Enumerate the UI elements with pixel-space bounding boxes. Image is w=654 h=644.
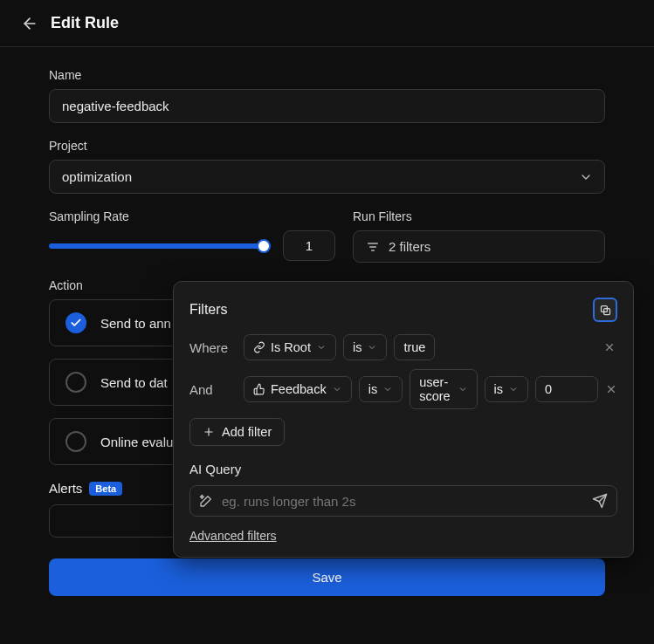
- copy-icon: [599, 304, 612, 317]
- action-option-1-label: Send to dat: [100, 375, 168, 390]
- sampling-rate-slider[interactable]: [49, 243, 271, 249]
- radio-unchecked-icon: [65, 372, 86, 393]
- filter-op2-chip-1[interactable]: is: [485, 376, 528, 402]
- magic-wand-icon: [199, 494, 213, 508]
- filter-field-0-text: Is Root: [271, 340, 311, 354]
- action-option-0-label: Send to ann: [100, 316, 171, 331]
- run-filters-summary-text: 2 filters: [389, 239, 430, 254]
- sampling-rate-input[interactable]: [283, 230, 335, 261]
- beta-badge: Beta: [89, 482, 122, 496]
- add-filter-button-label: Add filter: [222, 425, 272, 439]
- filter-row-1: And Feedback is user-score is: [189, 369, 617, 409]
- advanced-filters-link[interactable]: Advanced filters: [189, 529, 277, 543]
- ai-query-input[interactable]: [222, 494, 583, 509]
- filter-op-1-text: is: [368, 382, 377, 396]
- filter-keyword-where: Where: [189, 340, 237, 355]
- filter-op-chip-0[interactable]: is: [343, 334, 387, 360]
- filter-field-chip-0[interactable]: Is Root: [244, 334, 336, 360]
- filter-value-0-text: true: [403, 340, 425, 354]
- alerts-label: Alerts: [49, 481, 82, 496]
- filter-op-0-text: is: [353, 340, 361, 354]
- run-filters-trigger[interactable]: 2 filters: [353, 230, 605, 263]
- filter-op2-1-text: is: [494, 382, 503, 396]
- ai-query-label: AI Query: [189, 462, 617, 476]
- page-title: Edit Rule: [51, 14, 119, 32]
- chevron-down-icon: [382, 384, 393, 394]
- chevron-down-icon: [508, 384, 519, 394]
- filter-row-0: Where Is Root is true: [189, 334, 617, 360]
- filter-value-chip-0[interactable]: true: [394, 334, 435, 360]
- radio-unchecked-icon: [65, 431, 86, 452]
- filter-field-1-text: Feedback: [271, 382, 327, 396]
- filter-keyword-and: And: [189, 382, 237, 397]
- remove-filter-0-button[interactable]: [602, 339, 617, 355]
- chevron-down-icon: [458, 384, 468, 394]
- name-input[interactable]: [49, 89, 605, 123]
- run-filters-label: Run Filters: [353, 209, 605, 223]
- chevron-down-icon: [316, 342, 327, 353]
- link-icon: [253, 341, 265, 353]
- thumbs-up-icon: [253, 383, 265, 395]
- filter-field-chip-1[interactable]: Feedback: [244, 376, 352, 402]
- name-label: Name: [49, 68, 605, 82]
- ai-query-field: [189, 485, 617, 517]
- chevron-down-icon: [367, 342, 377, 353]
- project-label: Project: [49, 139, 605, 153]
- save-button[interactable]: Save: [49, 558, 605, 596]
- close-icon: [605, 383, 617, 395]
- filter-op-chip-1[interactable]: is: [359, 376, 403, 402]
- filter-subvalue-chip-1[interactable]: user-score: [410, 369, 477, 409]
- radio-checked-icon: [65, 312, 86, 333]
- sampling-rate-label: Sampling Rate: [49, 209, 335, 223]
- chevron-down-icon: [332, 384, 342, 394]
- copy-filters-button[interactable]: [593, 298, 617, 322]
- remove-filter-1-button[interactable]: [605, 381, 617, 397]
- filter-subvalue-1-text: user-score: [419, 375, 451, 403]
- filters-popover-title: Filters: [189, 302, 228, 318]
- close-icon: [603, 341, 616, 353]
- filter-value2-input-1[interactable]: [535, 376, 598, 402]
- filters-popover: Filters Where Is Root is true And: [173, 281, 634, 558]
- project-select[interactable]: optimization: [49, 160, 605, 194]
- add-filter-button[interactable]: Add filter: [189, 418, 285, 446]
- send-icon[interactable]: [592, 493, 608, 509]
- back-arrow-icon[interactable]: [21, 15, 38, 32]
- action-option-2-label: Online evalu: [100, 435, 173, 449]
- page-header: Edit Rule: [0, 0, 654, 47]
- filter-icon: [366, 240, 380, 254]
- plus-icon: [203, 426, 215, 438]
